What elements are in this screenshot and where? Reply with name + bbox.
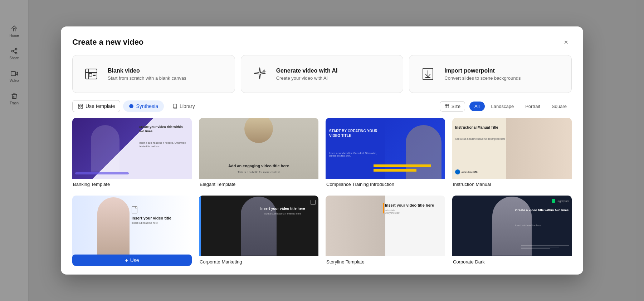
svg-rect-10 (89, 73, 92, 76)
template-storyline-label: Storyline Template (326, 256, 445, 266)
import-desc: Convert slides to scene backgrounds (444, 75, 521, 81)
tab-library[interactable]: Library (167, 100, 201, 112)
template-elegant[interactable]: Add an engaging video title here This is… (199, 118, 318, 188)
template-icon (78, 103, 83, 109)
toolbar-right: Size All Landscape Portrait Square (440, 101, 572, 112)
template-instruction[interactable]: Instructional Manual Title Add a sub-hea… (452, 118, 572, 188)
template-compliance[interactable]: START BY CREATING YOUR VIDEO TITLE Inser… (326, 118, 445, 188)
use-light-button[interactable]: + Use (72, 255, 192, 266)
filter-landscape[interactable]: Landscape (486, 102, 519, 111)
svg-rect-16 (78, 104, 80, 106)
toolbar-left: Use template Synthesia Library (72, 100, 201, 112)
template-logopsum-label: Corporate Dark (452, 256, 572, 266)
svg-rect-21 (445, 104, 449, 108)
template-grid: Create your video title within two lines… (72, 118, 572, 275)
template-banking[interactable]: Create your video title within two lines… (72, 118, 192, 188)
size-icon (444, 104, 449, 109)
tab-library-label: Library (180, 103, 195, 109)
template-light[interactable]: Insert your video title Insert subheadli… (72, 196, 192, 266)
tab-synthesia[interactable]: Synthesia (123, 100, 164, 112)
blank-video-desc: Start from scratch with a blank canvas (108, 75, 186, 81)
template-compliance-label: Compliance Training Introduction (326, 179, 445, 188)
ai-video-card[interactable]: Generate video with AI Create your video… (241, 55, 404, 93)
size-label: Size (452, 104, 460, 109)
library-icon (172, 104, 177, 109)
ai-video-desc: Create your video with AI (276, 75, 338, 81)
modal-header: Create a new video × (61, 26, 583, 55)
use-template-button[interactable]: Use template (72, 100, 120, 112)
svg-rect-18 (78, 107, 80, 108)
use-btn-label: Use (130, 257, 139, 263)
import-text: Import powerpoint Convert slides to scen… (444, 68, 521, 81)
modal-title: Create a new video (72, 38, 143, 47)
creation-options: Blank video Start from scratch with a bl… (61, 55, 583, 100)
blank-video-title: Blank video (108, 68, 186, 74)
svg-point-20 (130, 104, 134, 108)
template-elegant-label: Elegant Template (199, 179, 318, 188)
blank-video-text: Blank video Start from scratch with a bl… (108, 68, 186, 81)
template-section: Use template Synthesia Library (61, 100, 583, 275)
template-banking-label: Banking Template (72, 179, 192, 188)
modal-backdrop: Create a new video × Blank (0, 0, 644, 301)
template-toolbar: Use template Synthesia Library (72, 100, 572, 112)
svg-rect-19 (81, 107, 83, 108)
template-logopsum[interactable]: Logoipsum Create a video title within tw… (452, 196, 572, 266)
blank-video-card[interactable]: Blank video Start from scratch with a bl… (72, 55, 235, 93)
create-video-modal: Create a new video × Blank (61, 26, 583, 275)
svg-rect-17 (81, 104, 83, 106)
import-icon (418, 64, 438, 84)
size-button[interactable]: Size (440, 101, 465, 112)
template-instruction-label: Instruction Manual (452, 179, 572, 188)
ai-video-text: Generate video with AI Create your video… (276, 68, 338, 81)
import-title: Import powerpoint (444, 68, 521, 74)
template-corporate[interactable]: Insert your video title here Add a subhe… (199, 196, 318, 266)
ai-video-title: Generate video with AI (276, 68, 338, 74)
filter-buttons: All Landscape Portrait Square (469, 102, 572, 111)
filter-all[interactable]: All (469, 102, 484, 111)
synthesia-icon (129, 104, 134, 109)
filter-portrait[interactable]: Portrait (520, 102, 545, 111)
close-button[interactable]: × (560, 36, 572, 48)
template-storyline[interactable]: Insert your video title here articulateS… (326, 196, 445, 266)
filter-square[interactable]: Square (547, 102, 572, 111)
template-corporate-label: Corporate Marketing (199, 256, 318, 266)
import-ppt-card[interactable]: Import powerpoint Convert slides to scen… (409, 55, 572, 93)
use-template-label: Use template (86, 103, 115, 109)
ai-icon (250, 64, 270, 84)
tab-synthesia-label: Synthesia (136, 103, 158, 109)
blank-video-icon (81, 64, 101, 84)
